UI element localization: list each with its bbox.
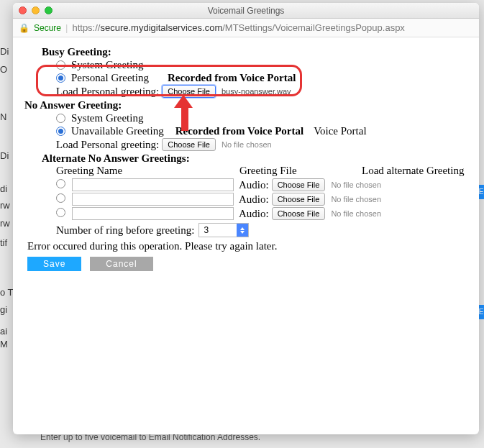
noanswer-load-label: Load Personal greeting: xyxy=(56,139,159,151)
alt-header-file: Greeting File xyxy=(239,165,362,177)
alt-row: Audio: Choose File No file chosen xyxy=(56,178,465,191)
busy-filename: busy-noanswer.wav xyxy=(222,87,291,96)
busy-greeting-title: Busy Greeting: xyxy=(42,46,465,58)
popup-window: Voicemail Greetings 🔒 Secure | https://s… xyxy=(13,3,479,434)
alt-choose-file-1[interactable]: Choose File xyxy=(272,178,326,191)
noanswer-recorded-label: Recorded from Voice Portal xyxy=(175,125,303,137)
ring-select[interactable]: 3 xyxy=(198,223,249,237)
bg-fragment: rw xyxy=(0,218,14,229)
noanswer-title: No Answer Greeting: xyxy=(24,99,465,111)
bg-fragment: gi xyxy=(0,304,14,315)
bg-fragment: O xyxy=(0,64,14,75)
busy-choose-file-button[interactable]: Choose File xyxy=(162,85,216,98)
ring-value: 3 xyxy=(204,225,209,235)
close-icon[interactable] xyxy=(19,6,27,14)
alt-row: Audio: Choose File No file chosen xyxy=(56,207,465,220)
noanswer-unavailable-radio[interactable] xyxy=(56,127,65,136)
busy-load-label: Load Personal greeting: xyxy=(56,86,159,98)
window-traffic-lights[interactable] xyxy=(19,6,52,14)
alt-name-input-3[interactable] xyxy=(72,207,234,220)
alt-choose-file-3[interactable]: Choose File xyxy=(272,207,326,220)
error-message: Error occured during this operation. Ple… xyxy=(27,240,465,252)
alt-name-input-2[interactable] xyxy=(72,193,234,206)
bg-fragment: M xyxy=(0,339,14,349)
cancel-button[interactable]: Cancel xyxy=(90,257,152,271)
alt-radio-2[interactable] xyxy=(56,193,65,203)
noanswer-choose-file-button[interactable]: Choose File xyxy=(162,138,216,151)
ring-label: Number of ring before greeting: xyxy=(56,224,194,237)
busy-personal-radio[interactable] xyxy=(56,73,65,83)
bg-fragment: ai xyxy=(0,326,14,337)
alt-filename-1: No file chosen xyxy=(331,180,381,189)
alt-filename-2: No file chosen xyxy=(331,195,381,204)
alt-header-load: Load alternate Greeting xyxy=(362,165,464,177)
alt-choose-file-2[interactable]: Choose File xyxy=(272,193,326,206)
url-text: https://secure.mydigitalservices.com/MTS… xyxy=(72,22,404,33)
alt-name-input-1[interactable] xyxy=(72,178,234,191)
popup-content: Busy Greeting: System Greeting Personal … xyxy=(13,37,479,285)
alt-audio-label: Audio: xyxy=(239,179,269,191)
busy-recorded-label: Recorded from Voice Portal xyxy=(168,72,296,84)
chevron-updown-icon xyxy=(237,224,248,237)
alternate-title: Alternate No Answer Greetings: xyxy=(42,152,465,165)
secure-label: Secure xyxy=(34,23,61,33)
bg-fragment: Di xyxy=(0,150,14,161)
bg-fragment: N xyxy=(0,111,14,122)
alt-header-name: Greeting Name xyxy=(56,165,239,177)
bg-fragment: tif xyxy=(0,237,14,248)
save-button[interactable]: Save xyxy=(27,257,81,271)
noanswer-system-label: System Greeting xyxy=(71,112,143,124)
noanswer-system-radio[interactable] xyxy=(56,114,65,123)
bg-fragment: rw xyxy=(0,200,14,211)
alt-radio-1[interactable] xyxy=(56,179,65,188)
bg-fragment: o T xyxy=(0,287,14,298)
bg-fragment: Di xyxy=(0,46,14,57)
alt-filename-3: No file chosen xyxy=(331,209,381,218)
minimize-icon[interactable] xyxy=(32,6,40,14)
busy-system-label: System Greeting xyxy=(71,59,143,71)
alt-row: Audio: Choose File No file chosen xyxy=(56,193,465,206)
alt-radio-3[interactable] xyxy=(56,208,65,217)
noanswer-filename: No file chosen xyxy=(222,140,272,149)
window-title: Voicemail Greetings xyxy=(13,6,479,16)
alt-audio-label: Audio: xyxy=(239,208,269,220)
noanswer-unavailable-label: Unavailable Greeting xyxy=(71,125,164,137)
maximize-icon[interactable] xyxy=(45,6,52,14)
window-titlebar: Voicemail Greetings xyxy=(13,3,479,19)
busy-system-radio[interactable] xyxy=(56,60,65,70)
busy-personal-label: Personal Greeting xyxy=(71,72,149,84)
url-bar[interactable]: 🔒 Secure | https://secure.mydigitalservi… xyxy=(13,19,479,37)
bg-fragment: di xyxy=(0,183,14,194)
noanswer-vp-label: Voice Portal xyxy=(314,125,366,137)
lock-icon: 🔒 xyxy=(19,23,29,33)
alt-audio-label: Audio: xyxy=(239,193,269,206)
